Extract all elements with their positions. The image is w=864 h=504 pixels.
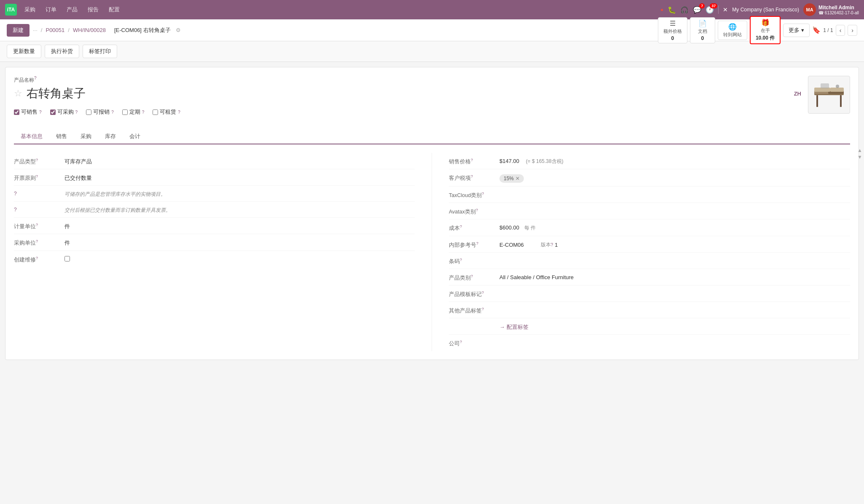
recurring-checkbox[interactable] xyxy=(122,109,128,115)
company-name: My Company (San Francisco) xyxy=(732,7,799,13)
tab-accounting[interactable]: 会计 xyxy=(123,129,147,144)
field-config-tags-link: → 配置标签 xyxy=(449,318,850,335)
next-arrow-button[interactable]: › xyxy=(848,25,857,36)
scrollbar: ▲ ▼ xyxy=(857,147,862,160)
purchase-uom-label: 采购单位? xyxy=(14,237,64,247)
update-qty-button[interactable]: 更新数量 xyxy=(7,45,41,58)
tab-basic-info[interactable]: 基本信息 xyxy=(14,129,49,144)
tab-purchase[interactable]: 采购 xyxy=(74,129,98,144)
menu-config[interactable]: 配置 xyxy=(105,3,124,16)
expensable-checkbox[interactable] xyxy=(86,109,91,115)
pagination: 1 / 1 xyxy=(823,27,833,33)
tabs-row: 基本信息 销售 采购 库存 会计 xyxy=(14,129,850,144)
breadcrumb-link1[interactable]: P00051 xyxy=(46,27,64,33)
svg-rect-6 xyxy=(830,88,844,92)
customer-tax-value[interactable]: 15% ✕ xyxy=(499,173,850,183)
breadcrumb-link2[interactable]: WH/IN/00028 xyxy=(73,27,106,33)
chat-icon[interactable]: 💬 7 xyxy=(693,6,701,14)
favorite-star-icon[interactable]: ☆ xyxy=(14,88,22,99)
menu-reports[interactable]: 报告 xyxy=(83,3,103,16)
purchaseable-checkbox[interactable] xyxy=(50,109,56,115)
avatax-value[interactable] xyxy=(499,206,850,208)
uom-label: 计量单位? xyxy=(14,221,64,230)
note2-help: ? xyxy=(14,205,64,213)
barcode-label: 条码? xyxy=(449,256,499,265)
bug-icon[interactable]: 🐛 xyxy=(668,6,676,14)
field-uom: 计量单位? 件 xyxy=(14,218,415,234)
create-repair-label: 创建维修? xyxy=(14,254,64,264)
support-icon[interactable]: 🎧 xyxy=(680,6,689,14)
tax-badge: 15% ✕ xyxy=(499,174,524,183)
uom-value[interactable]: 件 xyxy=(64,221,415,230)
template-tag-label: 产品模板标记? xyxy=(449,289,499,298)
barcode-value[interactable] xyxy=(499,256,850,258)
product-category-value[interactable]: All / Saleable / Office Furniture xyxy=(499,272,850,280)
config-tags-spacer xyxy=(449,322,499,323)
menu-purchase[interactable]: 采购 xyxy=(20,3,40,16)
prev-arrow-button[interactable]: ‹ xyxy=(836,25,845,36)
create-repair-value[interactable] xyxy=(64,254,415,263)
field-note1: ? 可储存的产品是您管理库存水平的实物项目。 xyxy=(14,186,415,202)
checkbox-saleable[interactable]: 可销售? xyxy=(14,108,42,116)
tab-inventory[interactable]: 库存 xyxy=(98,129,123,144)
menu-orders[interactable]: 订单 xyxy=(41,3,61,16)
scroll-down-icon[interactable]: ▼ xyxy=(857,154,862,160)
action-bar: 更新数量 执行补货 标签打印 xyxy=(0,41,864,62)
field-internal-ref: 内部参考号? E-COM06 版本? 1 xyxy=(449,236,850,253)
field-cost: 成本? $600.00 每 件 xyxy=(449,219,850,236)
configure-tags-link[interactable]: → 配置标签 xyxy=(499,324,529,330)
template-tag-value[interactable] xyxy=(499,289,850,291)
breadcrumb-dots[interactable]: ··· xyxy=(33,27,38,33)
more-chevron-icon: ▾ xyxy=(801,27,804,33)
field-customer-tax: 客户税项? 15% ✕ xyxy=(449,169,850,187)
toolbar-extra-price[interactable]: ☰ 额外价格 0 xyxy=(658,17,687,43)
app-logo: iTA xyxy=(5,4,17,16)
nav-divider xyxy=(718,5,719,14)
cost-value[interactable]: $600.00 每 件 xyxy=(499,223,850,232)
invoice-policy-value[interactable]: 已交付数量 xyxy=(64,173,415,182)
breadcrumb-sep1: / xyxy=(41,27,43,33)
toolbar-documents[interactable]: 📄 文档 0 xyxy=(690,17,715,43)
tax-remove-icon[interactable]: ✕ xyxy=(515,176,520,181)
other-tags-value[interactable] xyxy=(499,305,850,307)
create-repair-checkbox[interactable] xyxy=(64,256,70,261)
checkbox-rentable[interactable]: 可租赁? xyxy=(153,108,180,116)
more-button[interactable]: 更多 ▾ xyxy=(783,24,810,37)
saleable-checkbox[interactable] xyxy=(14,109,19,115)
chat-badge: 7 xyxy=(699,3,705,8)
close-icon[interactable]: ✕ xyxy=(723,6,728,13)
toolbar-goto-website[interactable]: 🌐 转到网站 xyxy=(718,21,747,40)
purchase-uom-value[interactable]: 件 xyxy=(64,237,415,247)
scroll-up-icon[interactable]: ▲ xyxy=(857,147,862,153)
checkbox-recurring[interactable]: 定期? xyxy=(122,108,145,116)
tab-sales[interactable]: 销售 xyxy=(49,129,74,144)
new-button[interactable]: 新建 xyxy=(7,24,30,37)
toolbar-buttons: ☰ 额外价格 0 📄 文档 0 🌐 转到网站 🎁 在手 10.00 件 更多 ▾… xyxy=(658,16,857,44)
product-type-value[interactable]: 可库存产品 xyxy=(64,156,415,165)
menu-products[interactable]: 产品 xyxy=(62,3,82,16)
product-category-label: 产品类别? xyxy=(449,272,499,282)
print-label-button[interactable]: 标签打印 xyxy=(83,45,117,58)
list-icon: ☰ xyxy=(670,19,676,27)
config-tags-link[interactable]: → 配置标签 xyxy=(499,322,850,331)
replenish-button[interactable]: 执行补货 xyxy=(45,45,79,58)
cost-label: 成本? xyxy=(449,223,499,232)
breadcrumb-current: [E-COM06] 右转角桌子 xyxy=(114,27,171,34)
main-menu: 采购 订单 产品 报告 配置 xyxy=(20,3,124,16)
toolbar-on-hand[interactable]: 🎁 在手 10.00 件 xyxy=(750,16,781,44)
activity-icon[interactable]: 🕐 37 xyxy=(706,6,714,14)
main-content: 产品名称? ☆ 右转角桌子 ZH 可销售? 可采购? 可报销? xyxy=(5,67,859,360)
checkbox-purchaseable[interactable]: 可采购? xyxy=(50,108,78,116)
language-badge[interactable]: ZH xyxy=(794,91,801,97)
taxcloud-value[interactable] xyxy=(499,190,850,192)
name-help-icon[interactable]: ? xyxy=(34,76,37,80)
bookmark-icon[interactable]: 🔖 xyxy=(812,26,821,34)
rentable-checkbox[interactable] xyxy=(153,109,158,115)
company-value[interactable] xyxy=(499,338,850,340)
user-menu[interactable]: MA Mitchell Admin ☎ 61326402-17-0-all xyxy=(803,3,859,16)
product-image[interactable] xyxy=(808,76,850,114)
sale-price-value[interactable]: $147.00 (= $ 165.38含税) xyxy=(499,156,850,165)
field-avatax-category: Avatax类别? xyxy=(449,203,850,219)
settings-icon[interactable]: ⚙ xyxy=(176,27,181,33)
checkbox-expensable[interactable]: 可报销? xyxy=(86,108,114,116)
